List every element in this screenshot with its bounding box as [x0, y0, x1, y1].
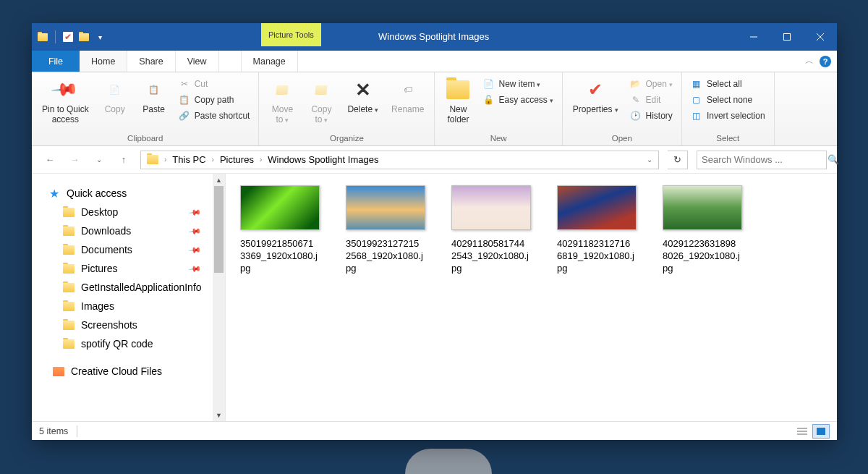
history-button[interactable]: 🕑History [627, 109, 676, 123]
select-all-button[interactable]: ▦Select all [688, 77, 768, 91]
scroll-up-icon[interactable]: ▲ [213, 174, 225, 186]
sidebar-item-downloads[interactable]: Downloads📌 [32, 221, 210, 240]
sidebar-item-getinstalledapplicationinfo[interactable]: GetInstalledApplicationInfo [32, 278, 210, 297]
breadcrumb-dropdown-icon[interactable]: ⌄ [647, 156, 655, 164]
folder-icon [62, 262, 75, 275]
shortcut-icon: 🔗 [179, 110, 190, 122]
collapse-ribbon-icon[interactable]: ︿ [805, 55, 814, 67]
search-input[interactable] [702, 154, 823, 165]
details-view-button[interactable] [793, 424, 811, 439]
refresh-button[interactable]: ↻ [668, 151, 688, 169]
search-icon: 🔍 [827, 154, 839, 165]
file-name: 402912236318988026_1920x1080.jpg [663, 237, 751, 274]
paste-shortcut-button[interactable]: 🔗Paste shortcut [176, 109, 253, 123]
chevron-right-icon[interactable]: › [258, 156, 263, 164]
easy-access-button[interactable]: 🔓Easy access [480, 93, 556, 107]
minimize-button[interactable] [737, 23, 770, 51]
paste-button[interactable]: 📋 Paste [137, 75, 171, 114]
separator [77, 426, 77, 437]
sidebar-item-desktop[interactable]: Desktop📌 [32, 203, 210, 221]
breadcrumb-current[interactable]: Windows Spotlight Images [265, 154, 381, 165]
chevron-right-icon[interactable]: › [163, 156, 168, 164]
pin-to-quick-access-button[interactable]: 📌 Pin to Quick access [38, 75, 93, 124]
thumbnails-view-button[interactable] [812, 424, 830, 439]
tab-share[interactable]: Share [127, 51, 175, 72]
breadcrumb-root-icon[interactable] [144, 155, 161, 164]
ribbon-group-open: ✔ Properties 📂Open ✎Edit 🕑History Open [563, 72, 682, 145]
copy-path-label: Copy path [195, 95, 234, 105]
breadcrumb-pictures[interactable]: Pictures [217, 154, 257, 165]
window-title: Windows Spotlight Images [378, 23, 737, 51]
up-button[interactable]: ↑ [116, 152, 132, 168]
star-icon: ★ [48, 187, 61, 200]
sidebar-item-documents[interactable]: Documents📌 [32, 240, 210, 259]
maximize-button[interactable] [770, 23, 804, 51]
close-button[interactable] [804, 23, 837, 51]
properties-label: Properties [573, 104, 618, 115]
select-none-button[interactable]: ▢Select none [688, 93, 768, 107]
edit-icon: ✎ [630, 94, 642, 106]
group-label-new: New [441, 134, 556, 144]
context-tab-picture-tools[interactable]: Picture Tools [261, 23, 321, 46]
chevron-right-icon[interactable]: › [210, 156, 216, 164]
invert-selection-button[interactable]: ◫Invert selection [688, 109, 768, 123]
thumbnail-image [346, 185, 425, 230]
explorer-window: ✔ ▾ Picture Tools Windows Spotlight Imag… [32, 23, 837, 440]
scroll-thumb[interactable] [214, 186, 224, 273]
tab-file[interactable]: File [32, 51, 80, 72]
scroll-down-icon[interactable]: ▼ [213, 409, 225, 421]
tab-home[interactable]: Home [80, 51, 127, 72]
copy-to-button[interactable]: Copy to [304, 75, 339, 125]
properties-button[interactable]: ✔ Properties [569, 75, 623, 115]
file-grid[interactable]: 350199218506713369_1920x1080.jpg35019923… [226, 174, 837, 421]
new-folder-button[interactable]: New folder [441, 75, 475, 124]
tab-manage[interactable]: Manage [241, 51, 298, 72]
group-label-clipboard: Clipboard [38, 134, 252, 144]
sidebar-scrollbar[interactable]: ▲ ▼ [213, 174, 225, 421]
sidebar: ★ Quick access Desktop📌Downloads📌Documen… [32, 174, 226, 421]
edit-button[interactable]: ✎Edit [627, 93, 676, 107]
paste-icon: 📋 [142, 78, 166, 101]
move-to-label: Move to [272, 104, 293, 125]
sidebar-item-label: spotify QR code [81, 338, 153, 350]
recent-locations-icon[interactable]: ⌄ [91, 152, 107, 168]
move-to-button[interactable]: Move to [265, 75, 299, 125]
folder-icon [62, 206, 75, 219]
tab-view[interactable]: View [176, 51, 219, 72]
sidebar-item-images[interactable]: Images [32, 297, 210, 316]
file-item[interactable]: 350199231272152568_1920x1080.jpg [346, 185, 434, 274]
open-button[interactable]: 📂Open [627, 77, 676, 91]
pin-icon: 📌 [188, 224, 202, 238]
sidebar-item-creative-cloud[interactable]: Creative Cloud Files [32, 362, 210, 381]
file-item[interactable]: 402911805817442543_1920x1080.jpg [451, 185, 540, 274]
cut-button[interactable]: ✂Cut [176, 77, 253, 91]
creative-cloud-icon [52, 365, 65, 378]
open-icon: 📂 [630, 78, 642, 90]
search-box[interactable]: 🔍 [697, 151, 827, 169]
forward-button[interactable]: → [67, 152, 82, 168]
copy-button[interactable]: 📄 Copy [98, 75, 132, 114]
sidebar-item-screenshots[interactable]: Screenshots [32, 316, 210, 334]
breadcrumb[interactable]: › This PC › Pictures › Windows Spotlight… [140, 151, 659, 169]
sidebar-item-pictures[interactable]: Pictures📌 [32, 259, 210, 278]
sidebar-item-quick-access[interactable]: ★ Quick access [32, 184, 210, 203]
thumbnail-image [240, 185, 320, 230]
help-icon[interactable]: ? [820, 56, 831, 67]
sidebar-item-label: Screenshots [81, 319, 137, 331]
file-item[interactable]: 402912236318988026_1920x1080.jpg [663, 185, 751, 274]
properties-icon[interactable]: ✔ [61, 30, 75, 43]
file-item[interactable]: 402911823127166819_1920x1080.jpg [557, 185, 645, 274]
folder-icon [62, 337, 75, 350]
copy-path-button[interactable]: 📋Copy path [176, 93, 253, 107]
delete-button[interactable]: ✕ Delete [343, 75, 383, 115]
new-folder-icon[interactable] [77, 30, 90, 43]
sidebar-item-spotify-qr-code[interactable]: spotify QR code [32, 334, 210, 353]
rename-label: Rename [391, 104, 424, 114]
breadcrumb-this-pc[interactable]: This PC [169, 154, 208, 165]
file-item[interactable]: 350199218506713369_1920x1080.jpg [240, 185, 328, 274]
new-item-button[interactable]: 📄New item [480, 77, 556, 91]
rename-button[interactable]: 🏷 Rename [387, 75, 428, 114]
back-button[interactable]: ← [42, 152, 58, 168]
move-to-icon [271, 78, 294, 101]
qat-customize-icon[interactable]: ▾ [93, 30, 106, 43]
